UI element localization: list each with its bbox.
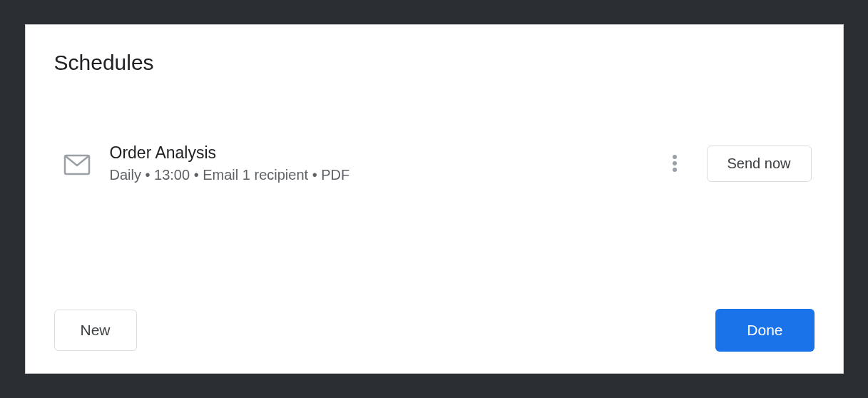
new-button[interactable]: New [54,310,137,351]
svg-point-2 [673,161,677,165]
schedule-list: Order Analysis Daily • 13:00 • Email 1 r… [54,143,815,295]
send-now-button[interactable]: Send now [707,146,812,182]
schedule-text: Order Analysis Daily • 13:00 • Email 1 r… [110,143,650,183]
dialog-title: Schedules [54,51,815,75]
schedule-item: Order Analysis Daily • 13:00 • Email 1 r… [54,143,815,183]
dialog-footer: New Done [54,309,815,352]
schedules-dialog: Schedules Order Analysis Daily • 13:00 •… [25,24,844,374]
schedule-details: Daily • 13:00 • Email 1 recipient • PDF [110,167,650,183]
mail-icon [63,150,91,179]
schedule-name: Order Analysis [110,143,650,163]
done-button[interactable]: Done [715,309,814,352]
svg-point-1 [673,155,677,159]
schedule-actions: Send now [668,146,812,182]
more-options-button[interactable] [668,150,681,176]
more-vert-icon [673,155,677,172]
svg-point-3 [673,168,677,172]
